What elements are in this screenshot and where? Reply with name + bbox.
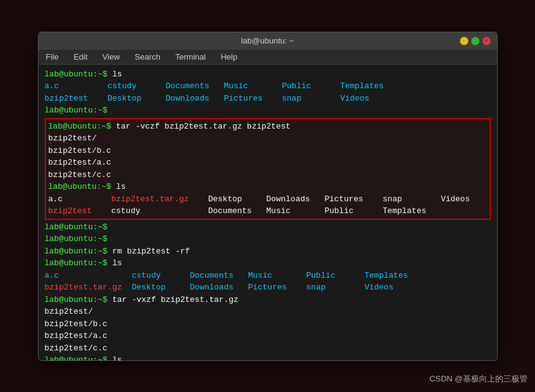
terminal-line: a.c cstudy Documents Music Public Templa…	[45, 270, 491, 282]
terminal-line: bzip2test/a.c	[45, 330, 491, 342]
menu-bar: File Edit View Search Terminal Help	[39, 50, 497, 65]
terminal-line: lab@ubuntu:~$	[45, 104, 491, 117]
terminal-line: bzip2test cstudy Documents Music Public …	[48, 205, 487, 217]
terminal-line: a.c bzip2test.tar.gz Desktop Downloads P…	[48, 193, 487, 206]
terminal-line: lab@ubuntu:~$	[45, 221, 491, 234]
terminal-line: lab@ubuntu:~$ tar -vxzf bzip2test.tar.gz	[45, 294, 491, 306]
menu-file[interactable]: File	[43, 51, 62, 63]
terminal-line: bzip2test/	[45, 306, 491, 318]
window-controls: − □ ✕	[460, 37, 491, 45]
terminal-line: a.c cstudy Documents Music Public Templa…	[45, 80, 491, 93]
terminal-line: lab@ubuntu:~$ ls	[45, 68, 491, 81]
maximize-button[interactable]: □	[471, 37, 480, 45]
menu-view[interactable]: View	[100, 51, 122, 63]
menu-edit[interactable]: Edit	[71, 51, 89, 63]
menu-help[interactable]: Help	[218, 51, 240, 63]
terminal-line: bzip2test/	[48, 132, 487, 145]
highlighted-section: lab@ubuntu:~$ tar -vczf bzip2test.tar.gz…	[45, 118, 491, 220]
title-bar: lab@ubuntu: ~ − □ ✕	[39, 32, 497, 50]
close-button[interactable]: ✕	[482, 37, 491, 45]
terminal-line: bzip2test/b.c	[45, 318, 491, 330]
terminal-line: bzip2test Desktop Downloads Pictures sna…	[45, 93, 491, 105]
terminal-line: bzip2test/c.c	[45, 342, 491, 355]
terminal-line: lab@ubuntu:~$	[45, 233, 491, 245]
terminal-line: lab@ubuntu:~$ ls	[48, 181, 487, 193]
minimize-button[interactable]: −	[460, 37, 469, 45]
terminal-line: lab@ubuntu:~$ ls	[45, 257, 491, 270]
terminal-line: bzip2test.tar.gz Desktop Downloads Pictu…	[45, 281, 491, 294]
terminal-body[interactable]: lab@ubuntu:~$ ls a.c cstudy Documents Mu…	[39, 65, 497, 360]
terminal-line: lab@ubuntu:~$ rm bzip2test -rf	[45, 245, 491, 258]
terminal-line: bzip2test/a.c	[48, 157, 487, 169]
terminal-line: bzip2test/b.c	[48, 145, 487, 157]
terminal-window: lab@ubuntu: ~ − □ ✕ File Edit View Searc…	[38, 32, 498, 361]
terminal-line: lab@ubuntu:~$ tar -vczf bzip2test.tar.gz…	[48, 121, 487, 133]
watermark: CSDN @基极向上的三极管	[429, 373, 528, 385]
menu-search[interactable]: Search	[132, 51, 163, 63]
terminal-line: bzip2test/c.c	[48, 169, 487, 181]
menu-terminal[interactable]: Terminal	[173, 51, 208, 63]
terminal-line: lab@ubuntu:~$ ls	[45, 354, 491, 360]
window-title: lab@ubuntu: ~	[241, 36, 294, 45]
